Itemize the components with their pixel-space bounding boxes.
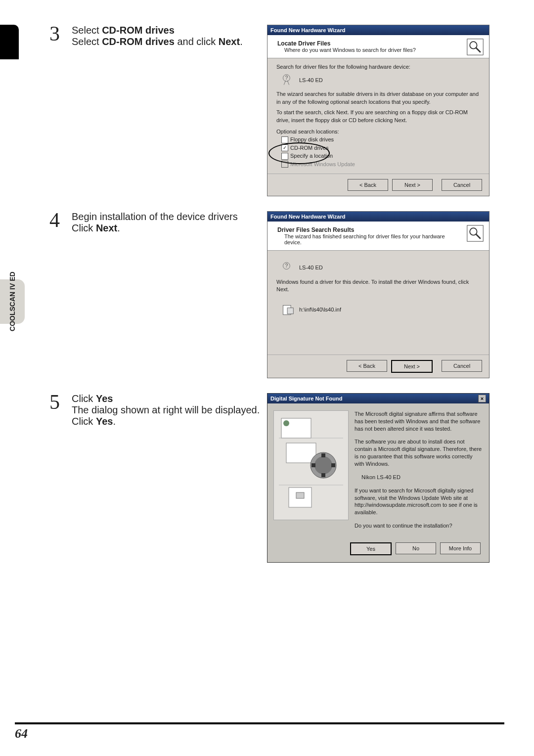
dialog-text: To start the search, click Next. If you … xyxy=(276,109,480,124)
digital-signature-dialog: Digital Signature Not Found × xyxy=(267,393,490,563)
dialog-text: If you want to search for Microsoft digi… xyxy=(355,487,483,516)
svg-line-2 xyxy=(476,48,481,52)
svg-point-13 xyxy=(283,420,289,426)
dialog-text: Search for driver files for the followin… xyxy=(276,63,480,71)
dialog-titlebar: Digital Signature Not Found × xyxy=(267,394,489,403)
page-number: 64 xyxy=(15,726,28,741)
svg-rect-19 xyxy=(312,463,315,467)
more-info-button[interactable]: More Info xyxy=(440,542,481,554)
next-button[interactable]: Next > xyxy=(392,179,433,191)
step-heading: Select CD-ROM drives xyxy=(72,25,267,36)
svg-text:?: ? xyxy=(285,76,288,81)
checkbox-label: CD-ROM drives xyxy=(290,144,329,152)
back-button[interactable]: < Back xyxy=(347,360,387,372)
svg-rect-20 xyxy=(331,463,335,467)
step-heading: Begin installation of the device drivers xyxy=(72,211,267,222)
options-label: Optional search locations: xyxy=(276,128,480,135)
dialog-title: Found New Hardware Wizard xyxy=(270,27,345,33)
dialog-subheading: Where do you want Windows to search for … xyxy=(277,47,416,53)
cancel-button[interactable]: Cancel xyxy=(442,360,482,372)
checkbox-icon xyxy=(281,136,288,143)
dialog-text: The wizard searches for suitable drivers… xyxy=(276,90,480,106)
search-icon xyxy=(466,224,484,242)
svg-point-16 xyxy=(314,456,332,474)
inf-file-icon xyxy=(281,304,294,316)
step-body: Click Next. xyxy=(72,222,267,234)
dialog-titlebar: Found New Hardware Wizard xyxy=(267,25,489,35)
device-name: LS-40 ED xyxy=(299,77,323,84)
found-new-hardware-dialog-1: Found New Hardware Wizard Locate Driver … xyxy=(267,25,490,196)
back-button[interactable]: < Back xyxy=(348,179,388,191)
dialog-title: Found New Hardware Wizard xyxy=(270,214,345,220)
checkbox-icon xyxy=(281,153,288,160)
dialog-heading: Driver Files Search Results xyxy=(277,226,354,233)
svg-line-7 xyxy=(476,234,481,239)
dialog-subheading: The wizard has finished searching for dr… xyxy=(277,233,462,245)
svg-text:?: ? xyxy=(285,263,288,268)
close-icon[interactable]: × xyxy=(478,395,486,402)
checkbox-cdrom[interactable]: ✓ CD-ROM drives xyxy=(281,144,480,152)
dialog-text: The Microsoft digital signature affirms … xyxy=(355,410,483,433)
svg-rect-0 xyxy=(467,39,483,55)
svg-point-1 xyxy=(470,42,477,48)
device-icon: ? xyxy=(281,74,294,87)
step-body: The dialog shown at right will be displa… xyxy=(72,404,267,427)
step-body: Select CD-ROM drives and click Next. xyxy=(72,36,267,47)
no-button[interactable]: No xyxy=(396,542,436,554)
svg-rect-5 xyxy=(467,225,483,241)
step-number: 3 xyxy=(49,22,60,45)
checkbox-icon xyxy=(281,161,288,168)
dialog-text: Do you want to continue the installation… xyxy=(355,522,483,530)
svg-rect-17 xyxy=(321,453,325,457)
dialog-heading: Locate Driver Files xyxy=(277,40,330,47)
checkbox-windows-update: Microsoft Windows Update xyxy=(281,161,480,168)
wizard-graphic xyxy=(273,410,349,520)
checkbox-label: Microsoft Windows Update xyxy=(290,161,355,168)
checkbox-floppy[interactable]: Floppy disk drives xyxy=(281,136,480,143)
step-heading: Click Yes xyxy=(72,393,267,404)
checkbox-icon: ✓ xyxy=(281,144,288,151)
svg-rect-18 xyxy=(321,473,325,477)
checkbox-specify-location[interactable]: Specify a location xyxy=(281,152,480,160)
search-icon xyxy=(466,38,484,56)
svg-rect-11 xyxy=(287,308,293,313)
next-button[interactable]: Next > xyxy=(391,360,433,373)
dialog-title: Digital Signature Not Found xyxy=(270,396,342,401)
dialog-titlebar: Found New Hardware Wizard xyxy=(267,212,489,222)
inf-path: h:\inf\ls40\ls40.inf xyxy=(299,306,341,313)
svg-point-6 xyxy=(470,228,477,235)
dialog-text: The software you are about to install do… xyxy=(355,438,483,467)
checkbox-label: Specify a location xyxy=(290,152,333,160)
step-number: 5 xyxy=(49,390,60,414)
device-icon: ? xyxy=(281,262,294,274)
cancel-button[interactable]: Cancel xyxy=(442,179,482,191)
found-new-hardware-dialog-2: Found New Hardware Wizard Driver Files S… xyxy=(267,211,490,378)
yes-button[interactable]: Yes xyxy=(350,542,392,555)
device-name: LS-40 ED xyxy=(299,264,323,271)
dialog-text: Windows found a driver for this device. … xyxy=(276,278,480,294)
device-name: Nikon LS-40 ED xyxy=(355,474,483,481)
step-number: 4 xyxy=(49,208,60,232)
svg-rect-22 xyxy=(296,492,304,498)
checkbox-label: Floppy disk drives xyxy=(290,136,334,143)
